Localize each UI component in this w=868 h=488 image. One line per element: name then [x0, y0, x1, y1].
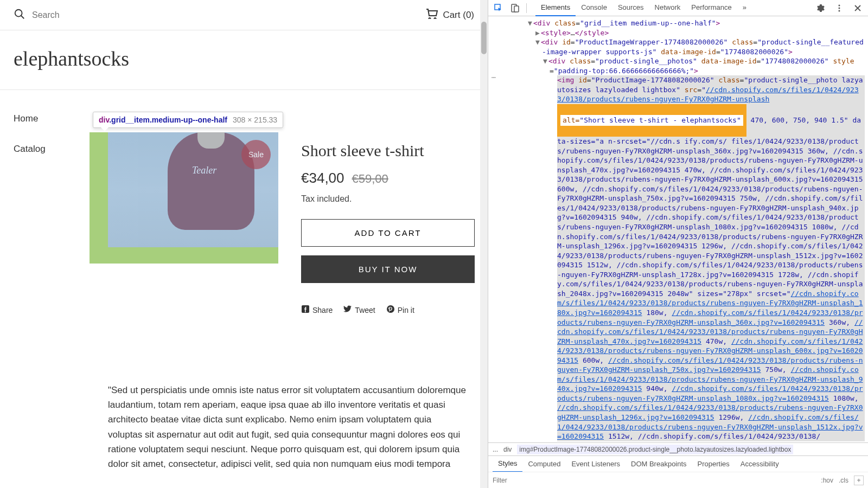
tweet-label: Tweet — [355, 306, 375, 314]
close-devtools-icon[interactable] — [851, 1, 865, 15]
cart-icon — [425, 8, 438, 22]
cls-toggle[interactable]: .cls — [839, 477, 848, 484]
share-facebook[interactable]: Share — [301, 305, 333, 315]
share-label: Share — [312, 306, 333, 314]
scrollbar-thumb[interactable] — [481, 22, 487, 54]
nav-home[interactable]: Home — [14, 104, 90, 134]
dom-node-selected[interactable]: <img id="ProductImage-17748082000026" cl… — [557, 75, 865, 441]
tooltip-tag: div — [99, 115, 109, 124]
pin-label: Pin it — [398, 306, 414, 314]
website-pane: Cart (0) elephantsocks Home Catalog div.… — [0, 0, 488, 488]
add-rule-button[interactable]: + — [854, 476, 864, 485]
dom-node[interactable]: ▼<div class="grid__item medium-up--one-h… — [534, 18, 865, 28]
search-input[interactable] — [32, 10, 130, 20]
social-row: Share Tweet Pin it — [301, 305, 475, 315]
settings-icon[interactable] — [814, 1, 828, 15]
topbar: Cart (0) — [0, 0, 488, 30]
stab-listeners[interactable]: Event Listeners — [566, 456, 626, 472]
product-info: Short sleeve t-shirt €34,00 €59,00 Tax i… — [301, 142, 475, 315]
tooltip-class: .grid__item.medium-up--one-half — [109, 115, 227, 124]
tab-console[interactable]: Console — [576, 0, 612, 16]
dom-node[interactable]: ▶<style>…</style> — [542, 28, 865, 38]
tab-sources[interactable]: Sources — [612, 0, 649, 16]
sidebar-nav: Home Catalog — [14, 90, 90, 164]
tab-more[interactable]: » — [737, 0, 752, 16]
alt-value: "Short sleeve t-shirt - elephantsocks" — [579, 116, 741, 124]
alt-attr: alt= — [563, 116, 579, 124]
stab-properties[interactable]: Properties — [692, 456, 735, 472]
add-to-cart-button[interactable]: ADD TO CART — [301, 219, 475, 247]
twitter-icon — [343, 305, 352, 315]
dom-node[interactable]: ▼<div class="product-single__photos" dat… — [550, 56, 865, 75]
stab-accessibility[interactable]: Accessibility — [735, 456, 784, 472]
styles-filter-input[interactable] — [493, 477, 821, 484]
crumb-div[interactable]: div — [503, 446, 512, 453]
share-pinterest[interactable]: Pin it — [386, 305, 414, 315]
share-twitter[interactable]: Tweet — [343, 305, 375, 315]
dom-node[interactable]: ▼<div id="ProductImageWrapper-1774808200… — [542, 37, 865, 56]
elements-tree[interactable]: ⋯ ▼<div class="grid__item medium-up--one… — [488, 16, 868, 442]
tax-note: Tax included. — [301, 194, 475, 204]
product-description: "Sed ut perspiciatis unde omnis iste nat… — [108, 383, 466, 471]
price-original: €59,00 — [352, 172, 388, 186]
styles-filter-row: :hov .cls + — [488, 472, 868, 488]
cart-link[interactable]: Cart (0) — [425, 8, 474, 22]
hov-toggle[interactable]: :hov — [821, 477, 833, 484]
kebab-menu-icon[interactable] — [832, 1, 846, 15]
photo-logo-text: Tealer — [192, 165, 216, 176]
search-icon[interactable] — [14, 8, 25, 22]
tab-elements[interactable]: Elements — [535, 0, 576, 16]
tab-performance[interactable]: Performance — [686, 0, 737, 16]
nav-catalog[interactable]: Catalog — [14, 134, 90, 164]
price-row: €34,00 €59,00 — [301, 170, 475, 187]
price-sale: €34,00 — [301, 170, 344, 187]
device-toolbar-button[interactable] — [508, 1, 522, 15]
brand-title[interactable]: elephantsocks — [0, 30, 488, 89]
devtools-pane: Elements Console Sources Network Perform… — [488, 0, 868, 488]
inspect-element-button[interactable] — [492, 1, 506, 15]
stab-computed[interactable]: Computed — [522, 456, 566, 472]
main-row: Home Catalog div.grid__item.medium-up--o… — [0, 89, 488, 164]
svg-point-0 — [15, 10, 22, 17]
stab-dom-bp[interactable]: DOM Breakpoints — [626, 456, 692, 472]
svg-line-1 — [21, 16, 24, 19]
svg-point-8 — [839, 7, 840, 9]
svg-point-3 — [387, 305, 394, 313]
product-title: Short sleeve t-shirt — [301, 142, 475, 160]
sale-badge: Sale — [241, 140, 271, 169]
dom-srcset-links: //cdn.shopify.com/s/files/1/0424/9233/01… — [557, 290, 863, 440]
breadcrumb-bar: ... div img#ProductImage-17748082000026.… — [488, 442, 868, 455]
facebook-icon — [301, 305, 310, 315]
stab-styles[interactable]: Styles — [493, 455, 522, 472]
styles-tabs: Styles Computed Event Listeners DOM Brea… — [488, 455, 868, 472]
crumb-img[interactable]: img#ProductImage-17748082000026.product-… — [517, 445, 793, 454]
devtools-tabs: Elements Console Sources Network Perform… — [535, 0, 812, 16]
pinterest-icon — [386, 305, 395, 315]
tab-network[interactable]: Network — [649, 0, 686, 16]
devtools-toolbar: Elements Console Sources Network Perform… — [488, 0, 868, 16]
scrollbar-track[interactable] — [480, 0, 488, 488]
tree-ellipsis-icon[interactable]: ⋯ — [492, 73, 496, 82]
inspector-tooltip: div.grid__item.medium-up--one-half 308 ×… — [93, 112, 283, 128]
buy-now-button[interactable]: BUY IT NOW — [301, 255, 475, 283]
search-wrap — [14, 8, 130, 22]
tooltip-dims: 308 × 215.33 — [233, 115, 277, 124]
svg-rect-6 — [514, 6, 519, 12]
svg-point-9 — [839, 10, 840, 11]
cart-label: Cart (0) — [443, 10, 474, 21]
svg-point-7 — [839, 4, 840, 6]
content-area: div.grid__item.medium-up--one-half 308 ×… — [90, 90, 474, 164]
crumb-ellipsis[interactable]: ... — [493, 446, 498, 453]
alt-highlight-block: alt="Short sleeve t-shirt - elephantsock… — [557, 104, 746, 137]
product-image-wrapper[interactable]: Tealer Sale — [108, 132, 278, 247]
dom-long-srcset: files/1/0424/9233/0138/products/rubens-n… — [557, 137, 863, 298]
